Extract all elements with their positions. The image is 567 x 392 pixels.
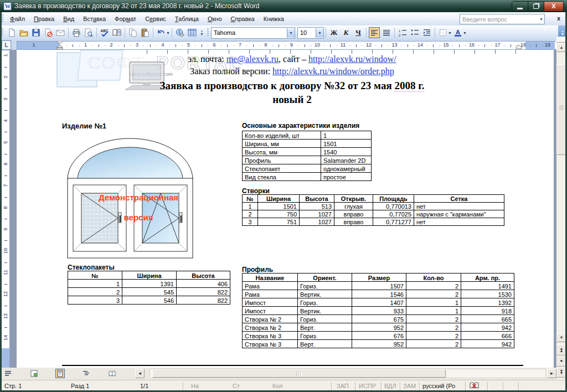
toolbar-options-button[interactable]: »▼ [198, 27, 205, 38]
normal-view-button[interactable] [3, 369, 13, 378]
email-link[interactable]: me@alexvk.ru [226, 54, 279, 64]
status-track-changes-toggle[interactable]: ИСПР [359, 383, 376, 389]
web-layout-view-button[interactable] [29, 369, 39, 378]
horizontal-scroll-track[interactable] [150, 369, 546, 378]
status-language[interactable]: русский (Ро [422, 383, 455, 389]
menu-item-7[interactable]: Окно [203, 13, 226, 24]
menu-items: ФайлПравкаВидВставкаФорматСервисТаблицаО… [6, 13, 288, 24]
increase-indent-button[interactable] [421, 27, 432, 38]
document-area: 1234567891011121314 СОФТ PORTAL www.soft… [0, 50, 567, 368]
hanging-indent-marker[interactable] [56, 45, 63, 50]
profile-heading: Профиль [242, 266, 273, 274]
site-link[interactable]: http://alexvk.ru/window/ [308, 54, 396, 64]
font-color-button[interactable]: А [452, 27, 463, 38]
font-name-value: Tahoma [212, 29, 287, 36]
save-button[interactable] [30, 27, 42, 38]
menu-item-2[interactable]: Вид [59, 13, 79, 24]
close-document-icon[interactable]: x [557, 15, 560, 22]
chevron-down-icon[interactable]: ▼ [463, 31, 467, 35]
toolbar-grip[interactable] [207, 28, 209, 37]
borders-icon [439, 28, 447, 37]
scroll-right-button[interactable]: ► [547, 369, 556, 378]
permission-button[interactable] [43, 27, 54, 38]
undo-button[interactable] [156, 27, 167, 38]
table-row: РамаВертик.154621530 [243, 290, 514, 298]
ruler-number: 9 [290, 42, 293, 48]
borders-button[interactable] [437, 27, 449, 38]
open-button[interactable] [18, 27, 29, 38]
menu-item-1[interactable]: Правка [29, 13, 59, 24]
toolbar: ABC▼ »▼ Tahoma ▼ 10 ▼ Ж К Ч 12 [0, 25, 567, 40]
document-page[interactable]: СОФТ PORTAL www.softportal.com эл. почта… [17, 50, 554, 368]
table-row: 3546822 [68, 296, 230, 305]
print-icon [72, 28, 81, 37]
menu-item-5[interactable]: Сервис [141, 13, 171, 24]
chevron-down-icon[interactable]: ▼ [287, 28, 295, 38]
table-row: Створка № 3Верт.9522942 [243, 340, 514, 348]
print-layout-view-button[interactable] [55, 369, 65, 378]
window-title: Заявка в производство к договору 32 от 2… [14, 2, 259, 10]
ruler-number: 6 [3, 160, 8, 168]
numbered-list-button[interactable]: 12 [397, 27, 408, 38]
spelling-status-icon[interactable] [470, 382, 479, 390]
ruler-number: 17 [494, 42, 500, 48]
ask-question-box[interactable]: Введите вопрос ▼ [460, 14, 545, 24]
close-button[interactable]: X [544, 2, 563, 11]
increase-indent-icon [422, 28, 431, 37]
chevron-down-icon[interactable]: ▼ [538, 15, 544, 23]
menu-item-6[interactable]: Таблица [171, 13, 203, 24]
vertical-ruler[interactable]: 1234567891011121314 [1, 50, 10, 368]
toolbar-grip[interactable] [2, 14, 3, 23]
reading-view-button[interactable] [107, 369, 117, 378]
new-document-icon [7, 28, 16, 37]
italic-button[interactable]: К [341, 27, 352, 38]
horizontal-ruler[interactable]: 1 19 123456789101112131415161718 [17, 41, 556, 50]
spelling-button[interactable]: ABC [99, 27, 110, 38]
table-row: ИмпостВертик.9331918 [243, 307, 514, 315]
copy-button[interactable] [127, 27, 138, 38]
justify-button[interactable] [381, 27, 392, 38]
paste-button[interactable] [140, 27, 151, 38]
new-document-button[interactable] [6, 27, 17, 38]
print-button[interactable] [71, 27, 82, 38]
status-record-toggle[interactable]: ЗАП [337, 383, 349, 389]
order-link[interactable]: http://alexvk.ru/window/order.php [272, 66, 394, 76]
restore-button[interactable] [528, 2, 544, 11]
menu-item-9[interactable]: Книжка [259, 13, 288, 24]
minimize-button[interactable] [512, 2, 528, 11]
underline-button[interactable]: Ч [353, 27, 364, 38]
insert-table-button[interactable] [187, 27, 198, 38]
menu-item-8[interactable]: Справка [226, 13, 259, 24]
align-left-button[interactable] [369, 27, 380, 38]
toolbar-grip[interactable] [2, 28, 3, 37]
font-size-combo[interactable]: 10 ▼ [297, 27, 324, 39]
bold-button[interactable]: Ж [328, 27, 339, 38]
bullet-list-button[interactable] [409, 27, 420, 38]
font-name-combo[interactable]: Tahoma ▼ [211, 27, 295, 39]
hyperlink-button[interactable] [174, 27, 185, 38]
chevron-down-icon[interactable]: ▼ [316, 28, 323, 38]
scroll-left-button[interactable]: ◄ [135, 369, 145, 378]
menu-item-4[interactable]: Формат [110, 13, 141, 24]
status-overtype-toggle[interactable]: ЗАМ [403, 383, 416, 389]
chevron-down-icon[interactable]: ▼ [166, 31, 170, 35]
status-extend-toggle[interactable]: ВДЛ [384, 383, 396, 389]
chevron-down-icon[interactable]: ▼ [448, 31, 452, 35]
outline-view-button[interactable] [81, 369, 91, 378]
glass-units-heading: Стеклопакеты [68, 264, 115, 271]
profile-table: НазваниеОриент.РазмерКол-воАрм. пр.РамаГ… [242, 273, 514, 348]
document-title-line1: Заявка в производство к договору №32 от … [59, 80, 525, 92]
table-row: Створка № 3Гориз.6762666 [243, 332, 514, 340]
right-indent-marker[interactable] [516, 45, 522, 49]
menu-item-3[interactable]: Вставка [79, 13, 110, 24]
table-row: Высота, мм1540 [243, 148, 372, 156]
ruler-number: 12 [3, 290, 8, 298]
first-line-indent-marker[interactable] [56, 41, 63, 44]
menu-item-0[interactable]: Файл [6, 13, 29, 24]
email-button[interactable] [55, 27, 66, 38]
tab-stop-selector[interactable]: L [2, 40, 11, 50]
research-button[interactable] [111, 27, 122, 38]
horizontal-scroll-thumb[interactable] [152, 369, 446, 378]
document-title-line2: новый 2 [59, 94, 525, 106]
print-preview-button[interactable] [83, 27, 94, 38]
